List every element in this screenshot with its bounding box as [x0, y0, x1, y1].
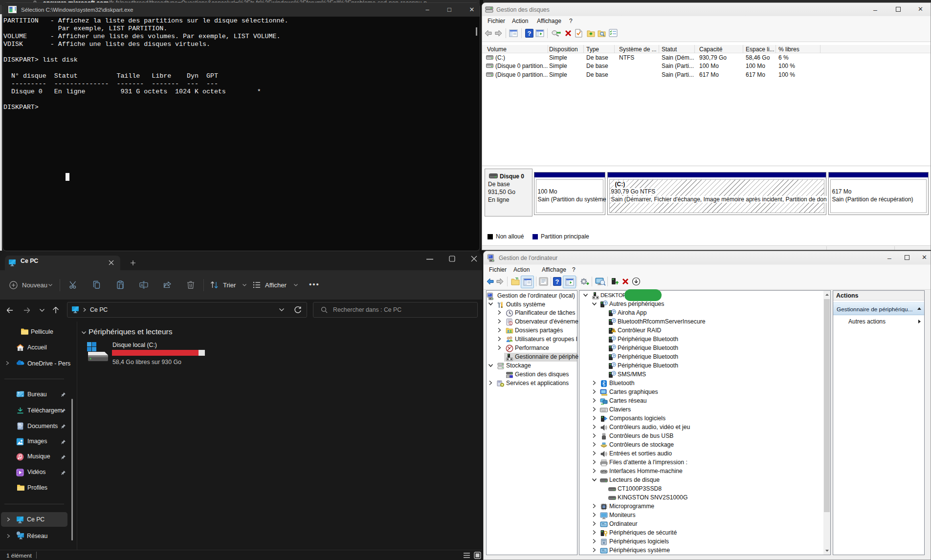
- svg-text:?: ?: [528, 30, 532, 37]
- svg-text:A: A: [141, 283, 143, 287]
- svg-text:?: ?: [555, 278, 559, 285]
